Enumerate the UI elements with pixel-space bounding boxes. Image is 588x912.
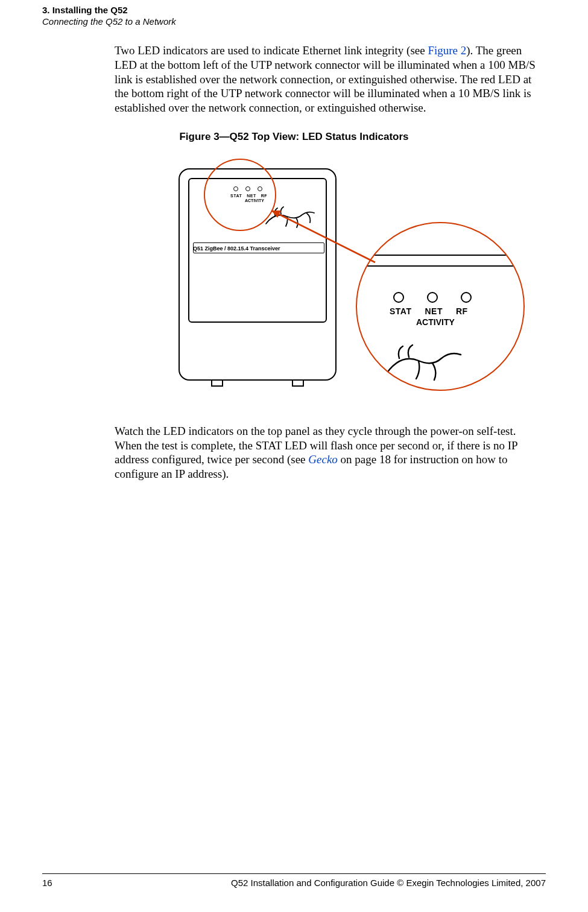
callout-led-labels: STAT NET RF <box>390 306 468 316</box>
paragraph-power-on-self-test: Watch the LED indicators on the top pane… <box>115 424 546 481</box>
header-section-number: 3. Installing the Q52 <box>42 5 546 15</box>
rf-label-large: RF <box>456 306 468 316</box>
callout-edge-line-1 <box>356 255 525 256</box>
device-product-label: Q51 ZigBee / 802.15.4 Transceiver <box>193 245 324 252</box>
device-feet <box>179 381 337 387</box>
paragraph-led-ethernet: Two LED indicators are used to indicate … <box>115 43 546 115</box>
activity-label-large: ACTIVITY <box>416 317 455 327</box>
callout-circle-large: STAT NET RF ACTIVITY <box>356 222 525 391</box>
figure-3-illustration: STAT NET RF ACTIVITY Q51 ZigBee / 802.15… <box>157 159 531 400</box>
page-footer: 16 Q52 Installation and Configuration Gu… <box>42 873 546 888</box>
stat-label-large: STAT <box>390 306 411 316</box>
para1-text-a: Two LED indicators are used to indicate … <box>115 44 428 57</box>
device-foot-right <box>292 381 304 387</box>
callout-led-row <box>393 292 472 303</box>
gecko-icon-large <box>381 344 466 391</box>
callout-circle-small <box>204 159 276 231</box>
gecko-link[interactable]: Gecko <box>308 453 338 466</box>
footer-page-number: 16 <box>42 878 52 888</box>
figure-2-link[interactable]: Figure 2 <box>428 44 466 57</box>
figure-3-caption: Figure 3—Q52 Top View: LED Status Indica… <box>42 131 546 143</box>
footer-copyright: Q52 Installation and Configuration Guide… <box>231 878 546 888</box>
device-foot-left <box>211 381 223 387</box>
rf-led-large <box>461 292 472 303</box>
callout-edge-line-2 <box>356 265 525 267</box>
net-label-large: NET <box>425 306 443 316</box>
net-led-large <box>427 292 438 303</box>
header-subsection: Connecting the Q52 to a Network <box>42 16 546 27</box>
stat-led-large <box>393 292 404 303</box>
